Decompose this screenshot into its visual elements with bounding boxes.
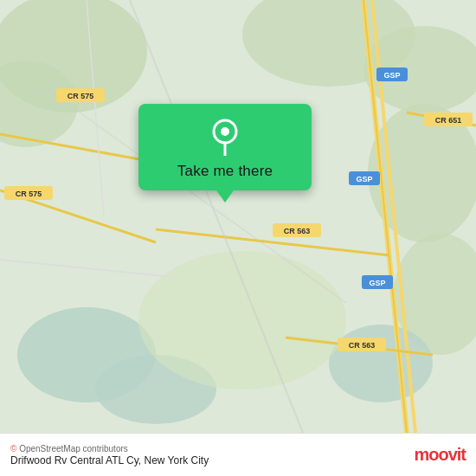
location-text: Drifwood Rv Central ATL Cy, New York Cit…: [10, 454, 209, 466]
svg-point-40: [221, 127, 229, 136]
moovit-brand-text: moovit: [414, 445, 466, 465]
moovit-logo: moovit: [414, 445, 466, 465]
map-container: CR 575 CR 575 CR 563 CR 651 CR 563 GSP G…: [0, 0, 476, 433]
svg-text:CR 575: CR 575: [16, 190, 42, 198]
bottom-left: © OpenStreetMap contributors Drifwood Rv…: [10, 444, 209, 466]
attribution-text: © OpenStreetMap contributors: [10, 444, 209, 453]
svg-text:CR 563: CR 563: [284, 227, 311, 235]
svg-point-10: [138, 251, 346, 389]
svg-text:GSP: GSP: [383, 71, 400, 80]
take-me-there-card[interactable]: Take me there: [138, 104, 312, 190]
location-pin-icon: [206, 118, 244, 156]
svg-text:CR 563: CR 563: [349, 341, 376, 350]
svg-text:GSP: GSP: [356, 175, 372, 183]
svg-text:GSP: GSP: [369, 279, 385, 287]
map-background: CR 575 CR 575 CR 563 CR 651 CR 563 GSP G…: [0, 0, 476, 433]
take-me-there-label: Take me there: [177, 163, 273, 180]
svg-point-9: [329, 325, 433, 402]
bottom-bar: © OpenStreetMap contributors Drifwood Rv…: [0, 433, 476, 476]
svg-text:CR 575: CR 575: [68, 92, 94, 100]
svg-text:CR 651: CR 651: [435, 116, 462, 125]
